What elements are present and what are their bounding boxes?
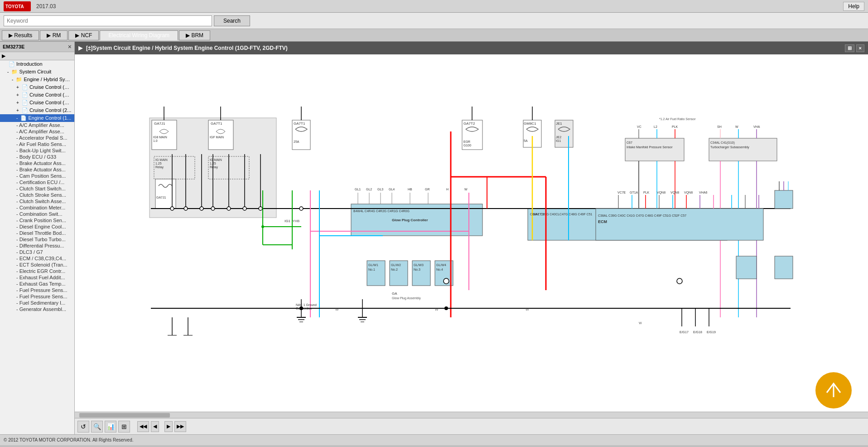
sidebar-item-cruise1[interactable]: + 📄 Cruise Control (1G... xyxy=(0,83,74,91)
svg-text:5A: 5A xyxy=(524,139,528,142)
svg-text:GR: GR xyxy=(425,188,430,191)
sidebar-list-item-fuel2[interactable]: - Fuel Pressure Sens... xyxy=(0,293,74,300)
search-bar: Search xyxy=(0,13,868,29)
svg-text:GL1: GL1 xyxy=(355,188,361,191)
sidebar-list-item-diesel2[interactable]: - Diesel Throttle Bod... xyxy=(0,230,74,236)
sidebar-list-item-ect[interactable]: - ECT Solenoid (Tran... xyxy=(0,262,74,268)
sidebar-list-item-cert[interactable]: - Certification ECU /... xyxy=(0,179,74,185)
sidebar-nav-arrow[interactable]: ▶ xyxy=(0,52,74,60)
sidebar-list-item-gen[interactable]: - Generator Assembl... xyxy=(0,306,74,312)
diagram-area[interactable]: GA7J1 IG8 MAIN 1.0 GA7T1 IGF MAIN IG MAI… xyxy=(75,54,868,412)
chart-button[interactable]: 📊 xyxy=(105,421,116,432)
svg-text:GA: GA xyxy=(392,292,397,296)
svg-text:W: W xyxy=(526,307,529,311)
version-label: 2017.03 xyxy=(36,3,56,10)
svg-point-108 xyxy=(259,207,262,210)
sidebar-list-item-ac2[interactable]: - A/C Amplifier Asse... xyxy=(0,128,74,135)
main-area: EM3273E × ▶ 📄 Introduction - 📁 System Ci… xyxy=(0,42,868,434)
sidebar-list-item-brake2[interactable]: - Brake Actuator Ass... xyxy=(0,166,74,173)
sidebar-list-item-combo2[interactable]: - Combination Swit... xyxy=(0,211,74,217)
first-page-button[interactable]: ◀◀ xyxy=(137,421,149,432)
sidebar-header: EM3273E × xyxy=(0,42,74,52)
svg-text:PLK: PLK xyxy=(643,191,650,194)
svg-text:Glow Plug Controller: Glow Plug Controller xyxy=(392,218,428,222)
sidebar-list-item-accel[interactable]: - Accelerator Pedal S... xyxy=(0,135,74,141)
svg-text:EGR: EGR xyxy=(463,140,470,143)
sidebar-title: EM3273E xyxy=(3,44,24,49)
sidebar-list-item-clutch1[interactable]: - Clutch Start Switch... xyxy=(0,185,74,192)
svg-text:SH: SH xyxy=(717,125,722,128)
svg-text:GL/W3: GL/W3 xyxy=(414,263,424,267)
refresh-button[interactable]: ↺ xyxy=(77,421,89,432)
svg-text:GL4: GL4 xyxy=(389,188,395,191)
tab-brm[interactable]: ▶ BRM xyxy=(179,30,210,40)
sidebar-item-engine-control[interactable]: - 📄 Engine Control (1... xyxy=(0,114,74,122)
sidebar-item-syscircuit[interactable]: - 📁 System Circuit xyxy=(0,68,74,76)
svg-text:GT1A: GT1A xyxy=(630,191,638,194)
content-header-nav[interactable]: ▶ xyxy=(78,45,82,51)
svg-rect-187 xyxy=(736,256,757,279)
sidebar-list-item-crank[interactable]: - Crank Position Sen... xyxy=(0,217,74,224)
svg-text:1.0: 1.0 xyxy=(153,139,158,142)
sidebar-list-item-diesel1[interactable]: - Diesel Engine Cool... xyxy=(0,224,74,230)
sidebar-list-item-clutch3[interactable]: - Clutch Switch Asse... xyxy=(0,198,74,204)
svg-point-114 xyxy=(261,225,264,228)
svg-text:IG MAIN: IG MAIN xyxy=(155,158,168,161)
svg-text:VHA6: VHA6 xyxy=(699,191,707,194)
tab-rm[interactable]: ▶ RM xyxy=(40,30,68,40)
sidebar-list-item-diff[interactable]: - Differential Pressu... xyxy=(0,243,74,249)
svg-rect-166 xyxy=(596,209,763,240)
content-icon-window[interactable]: ⊞ xyxy=(845,44,854,52)
horizontal-scrollbar[interactable] xyxy=(75,412,868,418)
sidebar-list-item-fuel1[interactable]: - Fuel Pressure Sens... xyxy=(0,287,74,293)
sidebar-list-item-fuel3[interactable]: - Fuel Sedimentary I... xyxy=(0,300,74,306)
sidebar-list-item-cam[interactable]: - Cam Position Sens... xyxy=(0,173,74,179)
sidebar-item-cruise4[interactable]: + 📄 Cruise Control (2... xyxy=(0,107,74,114)
help-button[interactable]: Help xyxy=(843,2,864,11)
sidebar-item-cruise2[interactable]: + 📄 Cruise Control (1G... xyxy=(0,91,74,99)
sidebar-list-item-backup[interactable]: - Back-Up Light Swit... xyxy=(0,147,74,154)
svg-text:JE2: JE2 xyxy=(556,136,561,139)
search-button[interactable]: Search xyxy=(214,15,250,26)
scroll-thumb[interactable] xyxy=(79,413,170,418)
sidebar-list-item-exhaust2[interactable]: - Exhaust Gas Temp... xyxy=(0,281,74,287)
zoom-out-button[interactable]: 🔍 xyxy=(91,421,103,432)
svg-point-103 xyxy=(184,207,188,210)
svg-text:GL/W1: GL/W1 xyxy=(368,263,378,267)
sidebar-list-item-ac1[interactable]: - A/C Amplifier Asse... xyxy=(0,122,74,128)
svg-text:IG MAIN: IG MAIN xyxy=(210,158,222,161)
svg-text:Turbocharger Subassembly: Turbocharger Subassembly xyxy=(710,146,749,149)
sidebar-list-item-brake1[interactable]: - Brake Actuator Ass... xyxy=(0,160,74,166)
top-bar: TOYOTA 2017.03 Help xyxy=(0,0,868,13)
svg-rect-75 xyxy=(625,138,684,161)
sidebar-item-engine-hybrid[interactable]: - 📁 Engine / Hybrid Sys... xyxy=(0,76,74,83)
content-icon-close[interactable]: × xyxy=(856,44,864,52)
sidebar-list-item-exhaust1[interactable]: - Exhaust Fuel Addit... xyxy=(0,274,74,281)
svg-text:C34AL C41(G10): C34AL C41(G10) xyxy=(710,141,735,145)
svg-point-109 xyxy=(299,207,303,210)
sidebar-list-item-diesel3[interactable]: - Diesel Turbo Turbo... xyxy=(0,236,74,243)
svg-text:GA7T3: GA7T3 xyxy=(532,212,544,216)
svg-text:VC: VC xyxy=(637,125,641,128)
sidebar-close-button[interactable]: × xyxy=(68,43,72,50)
svg-text:L2: L2 xyxy=(654,125,657,128)
sidebar-list-item-bodyecu[interactable]: - Body ECU / G33 xyxy=(0,154,74,160)
next-page-button[interactable]: ▶ xyxy=(164,421,173,432)
sidebar-list-item-clutch2[interactable]: - Clutch Stroke Sens... xyxy=(0,192,74,198)
fit-button[interactable]: ⊞ xyxy=(118,421,130,432)
tab-results[interactable]: ▶ Results xyxy=(2,30,39,40)
tab-ncf[interactable]: ▶ NCF xyxy=(68,30,99,40)
sidebar-list-item-airfuel[interactable]: - Air Fuel Ratio Sens... xyxy=(0,141,74,147)
sidebar-list-item-egr[interactable]: - Electric EGR Contr... xyxy=(0,268,74,274)
svg-text:C67: C67 xyxy=(627,141,632,144)
svg-text:GA7T2: GA7T2 xyxy=(463,121,475,126)
sidebar-list-item-combo1[interactable]: - Combination Meter... xyxy=(0,204,74,211)
sidebar-list-item-ecm[interactable]: - ECM / C38,C39,C4... xyxy=(0,255,74,262)
sidebar-item-introduction[interactable]: 📄 Introduction xyxy=(0,60,74,68)
tab-diagram[interactable]: Electrical Wiring Diagram xyxy=(100,30,178,40)
search-input[interactable] xyxy=(4,15,212,26)
sidebar-item-cruise3[interactable]: + 📄 Cruise Control (1I... xyxy=(0,99,74,107)
prev-page-button[interactable]: ◀ xyxy=(151,421,159,432)
sidebar-list-item-dlc3[interactable]: - DLC3 / G7 xyxy=(0,249,74,255)
last-page-button[interactable]: ▶▶ xyxy=(174,421,186,432)
